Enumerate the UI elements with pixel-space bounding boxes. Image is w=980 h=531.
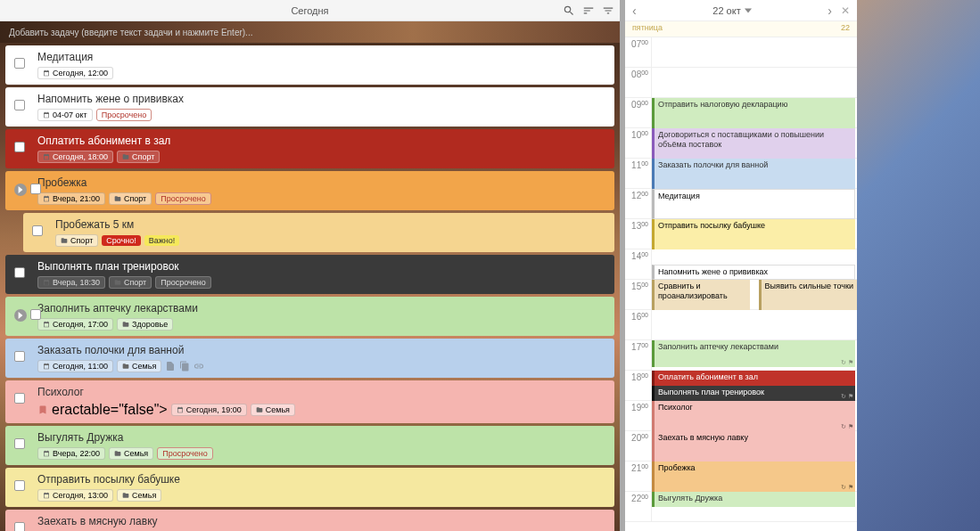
folder-chip[interactable]: Спорт: [109, 192, 152, 205]
hour-slot[interactable]: Заказать полочки для ванной: [652, 159, 857, 188]
task-item[interactable]: Напомнить жене о прививках04-07 октПроср…: [5, 87, 614, 127]
hour-slot[interactable]: Оплатить абонимент в залВыполнять план т…: [652, 371, 857, 400]
expand-icon[interactable]: [14, 184, 27, 196]
hour-row[interactable]: 1000Договориться с поставщиками о повыше…: [625, 128, 857, 159]
calendar-event[interactable]: Выявить сильные точки: [759, 280, 857, 310]
next-day-button[interactable]: ›: [828, 4, 832, 18]
calendar-event[interactable]: Заехать в мясную лавку: [652, 431, 855, 462]
calendar-event[interactable]: Напомнить жене о прививках: [652, 265, 855, 280]
task-checkbox[interactable]: [14, 351, 25, 362]
hour-row[interactable]: 1800Оплатить абонимент в залВыполнять пл…: [625, 371, 857, 401]
folder-chip[interactable]: Семья: [117, 489, 161, 502]
task-checkbox[interactable]: [32, 225, 43, 236]
add-task-bar: [0, 21, 620, 43]
search-icon[interactable]: [563, 4, 575, 17]
hour-row[interactable]: 2000Заехать в мясную лавку: [625, 431, 857, 462]
calendar-event[interactable]: Договориться с поставщиками о повышении …: [652, 128, 855, 159]
prev-day-button[interactable]: ‹: [632, 4, 637, 18]
calendar-event[interactable]: Медитация: [652, 189, 855, 219]
link-icon[interactable]: [194, 361, 204, 372]
hour-row[interactable]: 1400Напомнить жене о прививках: [625, 249, 857, 280]
hour-row[interactable]: 1900Психолог↻ ⚑: [625, 401, 857, 431]
desktop-background: [857, 0, 980, 531]
hour-row[interactable]: 1500Сравнить и проанализироватьВыявить с…: [625, 280, 857, 310]
task-checkbox[interactable]: [14, 480, 25, 491]
folder-chip[interactable]: Семья: [109, 447, 153, 460]
task-list[interactable]: МедитацияСегодня, 12:00Напомнить жене о …: [0, 43, 620, 531]
copy-icon[interactable]: [179, 361, 190, 372]
task-checkbox[interactable]: [14, 100, 25, 110]
hour-slot[interactable]: Заполнить аптечку лекарствами↻ ⚑: [652, 340, 857, 370]
task-item[interactable]: МедитацияСегодня, 12:00: [5, 45, 614, 85]
task-item[interactable]: Пробежать 5 кмСпортСрочно!Важно!: [23, 213, 614, 252]
hour-slot[interactable]: Договориться с поставщиками о повышении …: [652, 128, 857, 158]
hour-slot[interactable]: Сравнить и проанализироватьВыявить сильн…: [652, 280, 857, 309]
task-item[interactable]: ПробежкаВчера, 21:00СпортПросрочено: [5, 171, 614, 210]
hour-slot[interactable]: [652, 37, 857, 67]
calendar-event[interactable]: Выполнять план тренировок↻ ⚑: [652, 386, 855, 401]
hour-slot[interactable]: [652, 310, 857, 339]
hour-row[interactable]: 1600: [625, 310, 857, 340]
note-icon[interactable]: [165, 361, 176, 372]
hour-slot[interactable]: Отправить налоговую декларацию: [652, 98, 857, 127]
folder-chip[interactable]: Здоровье: [117, 318, 173, 331]
calendar-date[interactable]: 22 окт: [712, 5, 751, 16]
task-item[interactable]: Заказать полочки для ваннойСегодня, 11:0…: [5, 339, 614, 378]
calendar-event[interactable]: Отправить посылку бабушке: [652, 219, 855, 249]
task-item[interactable]: Заехать в мясную лавкуСегодня, 20:00Семь…: [5, 510, 614, 531]
folder-chip[interactable]: Спорт: [55, 234, 98, 247]
hour-label: 2200: [625, 492, 652, 521]
expand-icon[interactable]: [14, 309, 27, 322]
hour-label: 1200: [625, 189, 652, 218]
task-item[interactable]: Отправить посылку бабушкеСегодня, 13:00С…: [5, 468, 614, 507]
calendar-event[interactable]: Сравнить и проанализировать: [652, 280, 750, 310]
task-item[interactable]: Выполнять план тренировокВчера, 18:30Спо…: [5, 255, 614, 294]
calendar-event[interactable]: Оплатить абонимент в зал: [652, 371, 855, 386]
task-checkbox[interactable]: [30, 309, 41, 320]
task-checkbox[interactable]: [14, 58, 25, 69]
hour-row[interactable]: 1100Заказать полочки для ванной: [625, 159, 857, 189]
calendar-event[interactable]: Пробежка↻ ⚑: [652, 462, 855, 492]
hour-slot[interactable]: Отправить посылку бабушке: [652, 219, 857, 249]
filter-icon[interactable]: [602, 4, 614, 17]
task-checkbox[interactable]: [14, 438, 25, 449]
sort-icon[interactable]: [582, 4, 595, 17]
folder-chip[interactable]: Семья: [251, 404, 295, 416]
task-checkbox[interactable]: [30, 184, 41, 194]
hour-slot[interactable]: Медитация: [652, 189, 857, 218]
hour-row[interactable]: 2200Выгулять Дружка: [625, 492, 857, 522]
folder-chip[interactable]: Спорт: [117, 151, 160, 163]
hour-row[interactable]: 0800: [625, 68, 857, 98]
timeline[interactable]: 070008000900Отправить налоговую декларац…: [625, 37, 857, 531]
calendar-event[interactable]: Психолог↻ ⚑: [652, 401, 855, 431]
task-checkbox[interactable]: [14, 393, 25, 404]
task-item[interactable]: Психологeractable="false">Сегодня, 19:00…: [5, 380, 614, 423]
add-task-input[interactable]: [9, 28, 611, 37]
task-item[interactable]: Выгулять ДружкаВчера, 22:00СемьяПросроче…: [5, 426, 614, 465]
hour-row[interactable]: 1300Отправить посылку бабушке: [625, 219, 857, 249]
folder-chip[interactable]: Семья: [117, 360, 161, 372]
hour-row[interactable]: 0900Отправить налоговую декларацию: [625, 98, 857, 128]
close-calendar-button[interactable]: ✕: [841, 4, 850, 17]
hour-row[interactable]: 2100Пробежка↻ ⚑: [625, 462, 857, 492]
calendar-event[interactable]: Отправить налоговую декларацию: [652, 98, 855, 128]
hour-row[interactable]: 1700Заполнить аптечку лекарствами↻ ⚑: [625, 340, 857, 371]
folder-chip[interactable]: Спорт: [109, 276, 152, 289]
task-checkbox[interactable]: [14, 142, 25, 152]
hour-slot[interactable]: Заехать в мясную лавку: [652, 431, 857, 461]
calendar-event[interactable]: Заказать полочки для ванной: [652, 159, 855, 189]
hour-slot[interactable]: Психолог↻ ⚑: [652, 401, 857, 430]
hour-slot[interactable]: Напомнить жене о прививках: [652, 249, 857, 279]
hour-slot[interactable]: Пробежка↻ ⚑: [652, 462, 857, 491]
hour-row[interactable]: 1200Медитация: [625, 189, 857, 219]
task-checkbox[interactable]: [14, 522, 25, 531]
task-item[interactable]: Заполнить аптечку лекарствамиСегодня, 17…: [5, 297, 614, 336]
hour-row[interactable]: 0700: [625, 37, 857, 68]
hour-slot[interactable]: [652, 68, 857, 97]
calendar-event[interactable]: Выгулять Дружка: [652, 492, 855, 507]
task-checkbox[interactable]: [14, 267, 25, 278]
task-item[interactable]: Оплатить абонимент в залСегодня, 18:00Сп…: [5, 129, 614, 168]
calendar-event[interactable]: Заполнить аптечку лекарствами↻ ⚑: [652, 340, 855, 367]
task-meta: Вчера, 22:00СемьяПросрочено: [37, 447, 607, 460]
hour-slot[interactable]: Выгулять Дружка: [652, 492, 857, 521]
